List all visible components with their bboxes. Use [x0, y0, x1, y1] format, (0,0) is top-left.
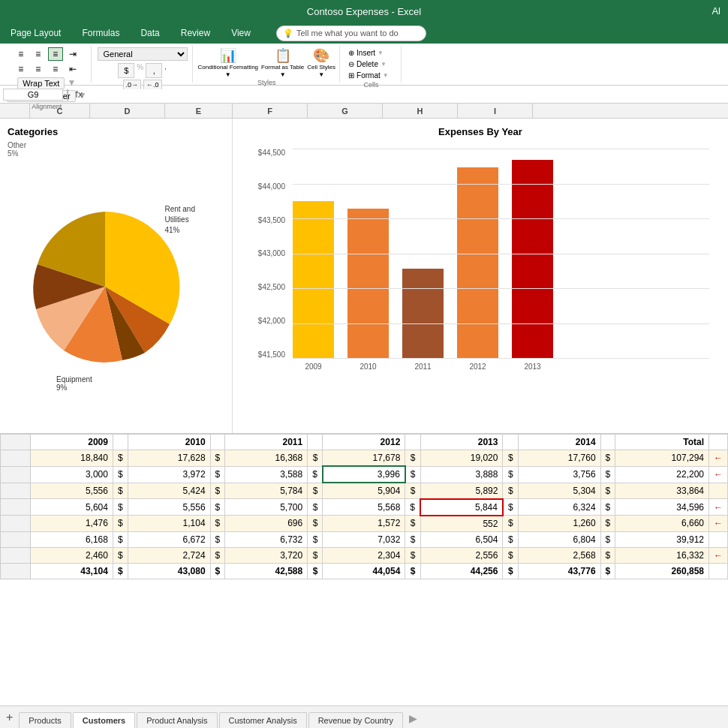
- col-c-header[interactable]: C: [30, 104, 90, 119]
- insert-button[interactable]: ⊕ Insert ▼: [345, 47, 397, 59]
- th-total[interactable]: Total: [615, 435, 709, 450]
- align-top-right-btn[interactable]: ≡: [48, 47, 63, 61]
- table-row[interactable]: 18,840 $ 17,628 $ 16,368 $ 17,678 $ 19,0…: [1, 450, 728, 467]
- table-row[interactable]: 3,000 $ 3,972 $ 3,588 $ 3,996 $ 3,888 $ …: [1, 466, 728, 483]
- cell-r1-2010[interactable]: 17,628: [128, 450, 210, 467]
- th-2014[interactable]: 2014: [518, 435, 600, 450]
- cell-r7-2014[interactable]: 2,568: [518, 547, 600, 563]
- comma-button[interactable]: ,: [146, 63, 162, 78]
- formula-input[interactable]: [89, 89, 725, 100]
- cell-total-2009[interactable]: 43,104: [31, 563, 113, 579]
- cell-r5-2010[interactable]: 1,104: [128, 516, 210, 532]
- table-row[interactable]: 6,168 $ 6,672 $ 6,732 $ 7,032 $ 6,504 $ …: [1, 531, 728, 547]
- name-box[interactable]: [3, 89, 63, 101]
- cell-r3-2009[interactable]: 5,556: [31, 483, 113, 499]
- sheet-tab-customer-analysis[interactable]: Customer Analysis: [219, 712, 307, 728]
- col-d-header[interactable]: D: [90, 104, 165, 119]
- cell-total-2012[interactable]: 44,054: [323, 563, 405, 579]
- cell-r2-2013[interactable]: 3,888: [420, 466, 503, 483]
- cell-r6-2009[interactable]: 6,168: [31, 531, 113, 547]
- cell-r5-2009[interactable]: 1,476: [31, 516, 113, 532]
- cell-r3-2012[interactable]: 5,904: [323, 483, 405, 499]
- cell-r7-2012[interactable]: 2,304: [323, 547, 405, 563]
- table-row[interactable]: 5,604 $ 5,556 $ 5,700 $ 5,568 $ 5,844 $ …: [1, 499, 728, 516]
- cell-r7-2011[interactable]: 3,720: [225, 547, 308, 563]
- cell-r6-2012[interactable]: 7,032: [323, 531, 405, 547]
- cell-r1-2012[interactable]: 17,678: [323, 450, 405, 467]
- cell-total-2010[interactable]: 43,080: [128, 563, 210, 579]
- table-row[interactable]: 2,460 $ 2,724 $ 3,720 $ 2,304 $ 2,556 $ …: [1, 547, 728, 563]
- cell-r4-total[interactable]: 34,596: [615, 499, 709, 516]
- cell-r1-2013[interactable]: 19,020: [420, 450, 503, 467]
- cell-r3-total[interactable]: 33,864: [615, 483, 709, 499]
- th-2010[interactable]: 2010: [128, 435, 210, 450]
- sheet-tab-product-analysis[interactable]: Product Analysis: [137, 712, 217, 728]
- th-2011[interactable]: 2011: [225, 435, 308, 450]
- align-right-btn[interactable]: ≡: [48, 62, 63, 76]
- cell-r5-2011[interactable]: 696: [225, 516, 308, 532]
- add-sheet-button[interactable]: +: [0, 707, 19, 728]
- cell-r3-2010[interactable]: 5,424: [128, 483, 210, 499]
- cell-r3-2011[interactable]: 5,784: [225, 483, 308, 499]
- number-format-select[interactable]: General Number Currency Accounting Date …: [98, 47, 188, 61]
- cell-total-2014[interactable]: 43,776: [518, 563, 600, 579]
- cell-r6-2010[interactable]: 6,672: [128, 531, 210, 547]
- dollar-button[interactable]: $: [118, 63, 134, 78]
- cell-r4-2012[interactable]: 5,568: [323, 499, 405, 516]
- sheet-tab-revenue-by-country[interactable]: Revenue by Country: [308, 712, 403, 728]
- cell-total-2013[interactable]: 44,256: [420, 563, 503, 579]
- cell-r4-2013[interactable]: 5,844: [420, 499, 503, 516]
- cell-r5-2014[interactable]: 1,260: [518, 516, 600, 532]
- table-row[interactable]: 1,476 $ 1,104 $ 696 $ 1,572 $ 552 $ 1,26…: [1, 516, 728, 532]
- col-h-header[interactable]: H: [383, 104, 458, 119]
- tab-review[interactable]: Review: [170, 23, 221, 44]
- cell-total-2011[interactable]: 42,588: [225, 563, 308, 579]
- cell-r2-2011[interactable]: 3,588: [225, 466, 308, 483]
- cell-r5-2013[interactable]: 552: [420, 516, 503, 532]
- cell-r3-2013[interactable]: 5,892: [420, 483, 503, 499]
- align-center-btn[interactable]: ≡: [31, 62, 46, 76]
- indent-btn[interactable]: ⇥: [65, 47, 80, 61]
- cell-r4-2011[interactable]: 5,700: [225, 499, 308, 516]
- cell-r2-2014[interactable]: 3,756: [518, 466, 600, 483]
- cell-r1-2011[interactable]: 16,368: [225, 450, 308, 467]
- col-f-header[interactable]: F: [233, 104, 308, 119]
- outdent-btn[interactable]: ⇤: [65, 62, 80, 76]
- align-top-center-btn[interactable]: ≡: [31, 47, 46, 61]
- cell-r6-2014[interactable]: 6,804: [518, 531, 600, 547]
- col-i-header[interactable]: I: [458, 104, 533, 119]
- sheet-tab-products[interactable]: Products: [19, 712, 71, 728]
- tab-page-layout[interactable]: Page Layout: [0, 23, 71, 44]
- tab-view[interactable]: View: [221, 23, 261, 44]
- align-left-btn[interactable]: ≡: [14, 62, 29, 76]
- cell-r6-2011[interactable]: 6,732: [225, 531, 308, 547]
- col-g-header[interactable]: G: [308, 104, 383, 119]
- delete-button[interactable]: ⊖ Delete ▼: [345, 59, 397, 70]
- align-top-left-btn[interactable]: ≡: [14, 47, 29, 61]
- sheet-scroll-right[interactable]: ▶: [405, 708, 422, 728]
- cell-r2-2010[interactable]: 3,972: [128, 466, 210, 483]
- cell-r1-2009[interactable]: 18,840: [31, 450, 113, 467]
- table-row[interactable]: 5,556 $ 5,424 $ 5,784 $ 5,904 $ 5,892 $ …: [1, 483, 728, 499]
- col-e-header[interactable]: E: [165, 104, 233, 119]
- cell-r6-total[interactable]: 39,912: [615, 531, 709, 547]
- cell-r2-2009[interactable]: 3,000: [31, 466, 113, 483]
- tell-me-box[interactable]: 💡 Tell me what you want to do: [276, 26, 426, 41]
- cell-r7-2010[interactable]: 2,724: [128, 547, 210, 563]
- cell-r6-2013[interactable]: 6,504: [420, 531, 503, 547]
- cell-total-total[interactable]: 260,858: [615, 563, 709, 579]
- cell-r2-2012[interactable]: 3,996: [323, 466, 405, 483]
- th-2012[interactable]: 2012: [323, 435, 405, 450]
- cell-r7-total[interactable]: 16,332: [615, 547, 709, 563]
- sheet-tab-customers[interactable]: Customers: [73, 712, 135, 728]
- cell-r3-2014[interactable]: 5,304: [518, 483, 600, 499]
- cell-r5-total[interactable]: 6,660: [615, 516, 709, 532]
- cell-r4-2009[interactable]: 5,604: [31, 499, 113, 516]
- cell-r1-2014[interactable]: 17,760: [518, 450, 600, 467]
- tab-formulas[interactable]: Formulas: [71, 23, 130, 44]
- conditional-formatting-btn[interactable]: 📊 Conditional Formatting ▼: [198, 47, 258, 78]
- tab-data[interactable]: Data: [130, 23, 170, 44]
- cell-r5-2012[interactable]: 1,572: [323, 516, 405, 532]
- cell-r2-total[interactable]: 22,200: [615, 466, 709, 483]
- cell-r1-total[interactable]: 107,294: [615, 450, 709, 467]
